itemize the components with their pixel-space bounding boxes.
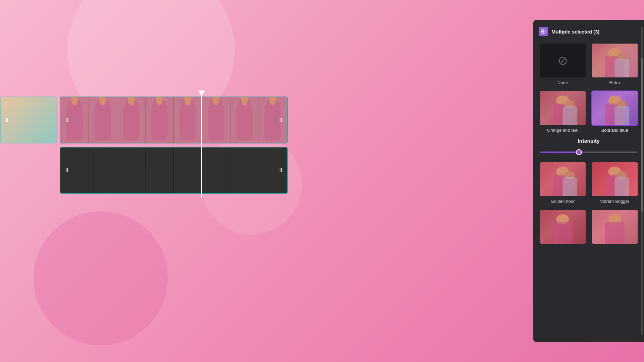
filter-none-label: None [557,80,568,85]
intensity-slider-container[interactable] [539,148,639,156]
filter-orange-teal[interactable]: Orange and teal [539,90,587,133]
filter-vibrant-vlogger[interactable]: Vibrant vlogger [591,162,639,204]
bg-decoration-2 [34,211,168,345]
clip-left-pause-icon: ⏸ [4,117,10,124]
filter-none-thumb: ⊘ [539,43,586,78]
panel-header: Multiple selected (3) [539,27,639,36]
film-strip-2 [60,147,287,193]
filter-panel: Multiple selected (3) ⊘ None [533,20,644,342]
playhead[interactable] [201,90,202,198]
panel-scrollbar[interactable] [641,27,643,335]
thumb-6 [202,97,231,143]
film-strip-1 [60,97,287,143]
intensity-fill [540,152,579,153]
track1-pause-right: ⏸ [278,117,284,124]
filter-vibrant-vlogger-thumb [591,162,638,197]
filter-orange-teal-thumb [539,90,586,126]
color-clip[interactable]: ⏸ [0,97,57,143]
filter-retro[interactable]: Retro [591,43,639,85]
filter-grid-top: ⊘ None Retro [539,43,639,85]
playhead-handle [198,90,205,96]
track2-pause-right: ⏸ [278,167,284,174]
panel-scrollbar-thumb [641,58,643,212]
none-icon: ⊘ [558,54,568,68]
filter-extra-1[interactable] [539,209,587,244]
thumb-3 [117,97,146,143]
intensity-label: Intensity [539,138,639,144]
filter-grid-bottom1: Golden hour Vibrant vlogger [539,162,639,204]
thumb-d6 [202,147,231,193]
filter-retro-thumb [591,43,638,78]
filter-none[interactable]: ⊘ None [539,43,587,85]
thumb-d4 [146,147,174,193]
thumb-4 [146,97,174,143]
video-track-1[interactable]: ⏸ ⏸ [60,97,288,143]
filter-extra-2-thumb [591,209,638,244]
thumb-2 [89,97,117,143]
thumb-d2 [89,147,117,193]
intensity-track [540,152,637,153]
filter-grid-bottom2 [539,209,639,244]
filter-bold-blue-thumb [591,90,638,126]
panel-icon [539,27,548,36]
filter-golden-hour-thumb [539,162,586,197]
track2-pause-left: ⏸ [64,167,70,174]
track1-pause-left: ⏸ [64,117,70,124]
filter-golden-hour-label: Golden hour [551,199,575,204]
thumb-7 [230,97,259,143]
panel-title: Multiple selected (3) [551,29,599,35]
intensity-thumb[interactable] [576,149,582,155]
thumb-d5 [174,147,202,193]
filter-golden-hour[interactable]: Golden hour [539,162,587,204]
filter-extra-1-thumb [539,209,586,244]
thumb-d3 [117,147,146,193]
thumb-d7 [230,147,259,193]
thumb-5 [174,97,202,143]
filter-retro-label: Retro [609,80,620,85]
timeline-area: ⏸ [0,90,329,201]
filter-bold-blue-label: Bold and blue [601,128,628,133]
filter-bold-blue[interactable]: Bold and blue [591,90,639,133]
intensity-section: Intensity [539,138,639,156]
filter-extra-2[interactable] [591,209,639,244]
video-track-2[interactable]: ⏸ ⏸ [60,147,288,194]
filter-vibrant-vlogger-label: Vibrant vlogger [600,199,629,204]
filter-orange-teal-label: Orange and teal [547,128,578,133]
filter-grid-mid: Orange and teal Bold and blue [539,90,639,133]
